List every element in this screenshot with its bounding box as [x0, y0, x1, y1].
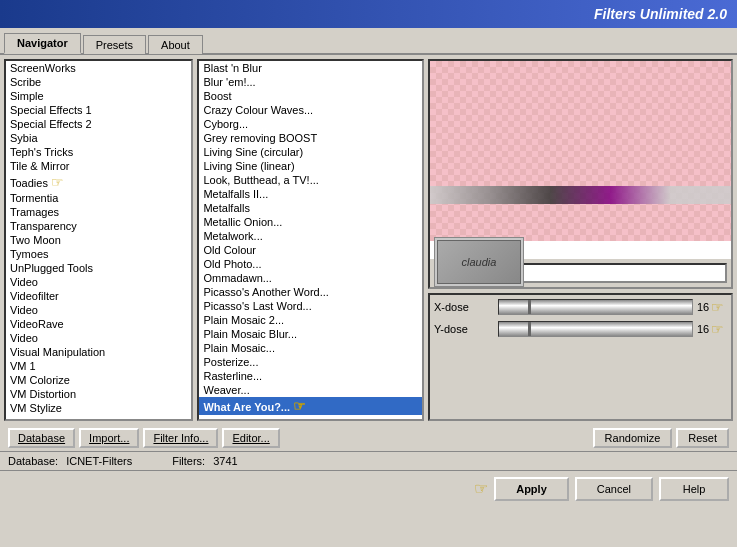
- list-item[interactable]: Plain Mosaic Blur...: [199, 327, 422, 341]
- list-item[interactable]: Grey removing BOOST: [199, 131, 422, 145]
- cancel-button[interactable]: Cancel: [575, 477, 653, 501]
- ydose-cursor-icon: ☞: [711, 321, 724, 337]
- preview-area: claudia What Are You?...: [428, 59, 733, 289]
- left-panel: ScreenWorks Scribe Simple Special Effect…: [4, 59, 424, 421]
- help-button[interactable]: Help: [659, 477, 729, 501]
- list-item[interactable]: Rasterline...: [199, 369, 422, 383]
- cursor-icon-selected: ☞: [293, 398, 306, 414]
- tab-navigator[interactable]: Navigator: [4, 33, 81, 54]
- list-item[interactable]: ScreenWorks: [6, 61, 191, 75]
- list-item[interactable]: Ommadawn...: [199, 271, 422, 285]
- list-item[interactable]: Sybia: [6, 131, 191, 145]
- xdose-cursor-icon: ☞: [711, 299, 724, 315]
- list-item[interactable]: Tile & Mirror: [6, 159, 191, 173]
- list-item[interactable]: Weaver...: [199, 383, 422, 397]
- import-button[interactable]: Import...: [79, 428, 139, 448]
- tab-presets[interactable]: Presets: [83, 35, 146, 54]
- filters-status: Filters: 3741: [172, 455, 237, 467]
- database-status-label: Database:: [8, 455, 58, 467]
- list-item[interactable]: VM Distortion: [6, 387, 191, 401]
- list-item[interactable]: Tymoes: [6, 247, 191, 261]
- database-status: Database: ICNET-Filters: [8, 455, 132, 467]
- list-item[interactable]: Tormentia: [6, 191, 191, 205]
- list-item[interactable]: Tramages: [6, 205, 191, 219]
- list-item[interactable]: Blast 'n Blur: [199, 61, 422, 75]
- preview-footer: claudia What Are You?...: [430, 259, 731, 287]
- main-content: ScreenWorks Scribe Simple Special Effect…: [0, 55, 737, 425]
- list-item[interactable]: Special Effects 1: [6, 103, 191, 117]
- category-list[interactable]: ScreenWorks Scribe Simple Special Effect…: [6, 61, 191, 419]
- list-item[interactable]: Visual Manipulation: [6, 345, 191, 359]
- filters-status-label: Filters:: [172, 455, 205, 467]
- list-item[interactable]: Metalfalls: [199, 201, 422, 215]
- apply-button[interactable]: Apply: [494, 477, 569, 501]
- preview-checkerboard: [430, 61, 731, 241]
- title-bar: Filters Unlimited 2.0: [0, 0, 737, 28]
- editor-button[interactable]: Editor...: [222, 428, 279, 448]
- xdose-label: X-dose: [434, 301, 494, 313]
- tab-about[interactable]: About: [148, 35, 203, 54]
- list-item[interactable]: Scribe: [6, 75, 191, 89]
- list-item[interactable]: VM Stylize: [6, 401, 191, 415]
- database-button[interactable]: Database: [8, 428, 75, 448]
- list-item-selected[interactable]: What Are You?... ☞: [199, 397, 422, 415]
- list-item[interactable]: Toadies ☞: [6, 173, 191, 191]
- app-title: Filters Unlimited 2.0: [594, 6, 727, 22]
- filter-list-container: Blast 'n Blur Blur 'em!... Boost Crazy C…: [197, 59, 424, 421]
- list-item[interactable]: VM Colorize: [6, 373, 191, 387]
- list-item[interactable]: Metallic Onion...: [199, 215, 422, 229]
- list-item[interactable]: Simple: [6, 89, 191, 103]
- list-item[interactable]: Crazy Colour Waves...: [199, 103, 422, 117]
- list-item[interactable]: Living Sine (circular): [199, 145, 422, 159]
- list-item[interactable]: Picasso's Another Word...: [199, 285, 422, 299]
- xdose-number: 16: [697, 301, 709, 313]
- filter-info-button[interactable]: Filter Info...: [143, 428, 218, 448]
- cursor-icon: ☞: [51, 174, 64, 190]
- xdose-row: X-dose 16 ☞: [434, 299, 727, 315]
- status-bar: Database: ICNET-Filters Filters: 3741: [0, 451, 737, 470]
- list-item[interactable]: Metalwork...: [199, 229, 422, 243]
- preview-logo: claudia: [434, 237, 524, 287]
- ydose-slider[interactable]: [498, 321, 693, 337]
- list-item[interactable]: Posterize...: [199, 355, 422, 369]
- xdose-value: 16 ☞: [697, 299, 727, 315]
- list-item[interactable]: Blur 'em!...: [199, 75, 422, 89]
- list-item[interactable]: Plain Mosaic 2...: [199, 313, 422, 327]
- list-item[interactable]: Look, Butthead, a TV!...: [199, 173, 422, 187]
- right-panel: claudia What Are You?... X-dose 16 ☞: [428, 59, 733, 421]
- list-item[interactable]: Boost: [199, 89, 422, 103]
- list-item[interactable]: Transparency: [6, 219, 191, 233]
- reset-button[interactable]: Reset: [676, 428, 729, 448]
- ydose-number: 16: [697, 323, 709, 335]
- database-status-value: ICNET-Filters: [66, 455, 132, 467]
- list-item[interactable]: Two Moon: [6, 233, 191, 247]
- ydose-value: 16 ☞: [697, 321, 727, 337]
- filters-status-value: 3741: [213, 455, 237, 467]
- list-item[interactable]: Cyborg...: [199, 117, 422, 131]
- apply-cursor-icon: ☞: [474, 479, 488, 498]
- bottom-toolbar: Database Import... Filter Info... Editor…: [0, 425, 737, 451]
- list-item[interactable]: VideoRave: [6, 317, 191, 331]
- list-item[interactable]: Special Effects 2: [6, 117, 191, 131]
- randomize-button[interactable]: Randomize: [593, 428, 673, 448]
- list-item[interactable]: VM 1: [6, 359, 191, 373]
- list-item[interactable]: Old Colour: [199, 243, 422, 257]
- list-item[interactable]: Picasso's Last Word...: [199, 299, 422, 313]
- action-buttons: ☞ Apply Cancel Help: [0, 470, 737, 507]
- logo-text: claudia: [462, 256, 497, 268]
- preview-stripe: [430, 186, 731, 204]
- list-item[interactable]: UnPlugged Tools: [6, 261, 191, 275]
- list-item[interactable]: Plain Mosaic...: [199, 341, 422, 355]
- filter-list[interactable]: Blast 'n Blur Blur 'em!... Boost Crazy C…: [199, 61, 422, 419]
- list-item[interactable]: Video: [6, 275, 191, 289]
- list-item[interactable]: Video: [6, 303, 191, 317]
- params-area: X-dose 16 ☞ Y-dose 16 ☞: [428, 293, 733, 421]
- list-item[interactable]: Old Photo...: [199, 257, 422, 271]
- list-item[interactable]: Metalfalls II...: [199, 187, 422, 201]
- list-item[interactable]: Video: [6, 331, 191, 345]
- list-item[interactable]: Teph's Tricks: [6, 145, 191, 159]
- list-item[interactable]: Living Sine (linear): [199, 159, 422, 173]
- xdose-slider[interactable]: [498, 299, 693, 315]
- list-item[interactable]: Videofilter: [6, 289, 191, 303]
- ydose-label: Y-dose: [434, 323, 494, 335]
